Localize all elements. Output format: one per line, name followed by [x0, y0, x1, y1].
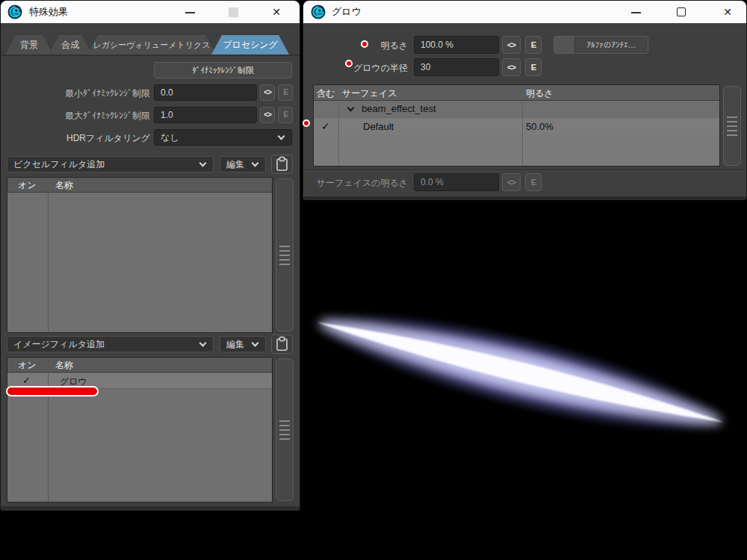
pixel-filter-list[interactable]: オン 名称: [7, 177, 273, 333]
edit-label: 編集: [226, 339, 244, 349]
surface-brightness-stepper-button[interactable]: <>: [502, 173, 521, 191]
surface-name: Default: [363, 121, 394, 132]
surface-brightness-label: サーフェイスの明るさ: [311, 177, 408, 190]
max-dynamic-range-label: 最大ﾀﾞｲﾅﾐｯｸﾚﾝｼﾞ制限: [1, 110, 150, 122]
tab-background[interactable]: 背景: [5, 35, 53, 55]
annotation-dot-glow-radius: [345, 60, 353, 67]
glow-radius-input[interactable]: 30: [414, 58, 499, 76]
app-logo-icon: [311, 4, 326, 19]
surface-list-header: 含む サーフェイス 明るさ: [314, 85, 719, 101]
close-icon: ✕: [263, 1, 290, 23]
minimize-icon: [185, 12, 195, 13]
edit-label: 編集: [226, 159, 244, 169]
table-row-default[interactable]: ✓ Default 50.0%: [314, 117, 719, 134]
minimize-button[interactable]: [177, 1, 204, 23]
close-icon: ✕: [714, 1, 741, 23]
column-surface: サーフェイス: [342, 87, 397, 100]
pixel-filter-clipboard-button[interactable]: [271, 155, 293, 174]
radius-stepper-button[interactable]: <>: [502, 58, 521, 76]
column-divider: [48, 178, 49, 332]
hdr-filtering-dropdown[interactable]: なし: [154, 129, 292, 146]
window-title: グロウ: [332, 1, 362, 23]
pixel-filter-edit-button[interactable]: 編集: [220, 156, 266, 172]
chevron-down-icon: [199, 340, 207, 347]
chevron-down-icon: [199, 160, 207, 167]
chevron-down-icon: [252, 340, 259, 347]
minimize-button[interactable]: [623, 1, 650, 23]
image-filter-list[interactable]: オン 名称 ✓ グロウ: [7, 357, 273, 503]
column-divider: [522, 85, 523, 166]
annotation-dot-brightness: [361, 40, 368, 48]
maximize-icon: [229, 7, 238, 17]
maximize-icon: [677, 7, 686, 16]
minimize-icon: [631, 12, 641, 13]
surface-group-name: beam_effect_test: [362, 103, 436, 114]
image-filter-edit-button[interactable]: 編集: [220, 336, 266, 352]
surface-list[interactable]: 含む サーフェイス 明るさ beam_effect_test ✓ Default…: [313, 84, 720, 167]
pixel-filter-add-label: ピクセルフィルタ追加: [13, 159, 105, 169]
max-range-envelope-button[interactable]: E: [278, 107, 293, 123]
hdr-filtering-value: なし: [161, 132, 179, 143]
max-range-stepper-button[interactable]: <>: [260, 107, 275, 123]
column-include: 含む: [317, 87, 335, 100]
surface-list-scrollbar[interactable]: [723, 86, 741, 166]
min-dynamic-range-input[interactable]: 0.0: [154, 84, 257, 101]
alpha-antialias-label: ｱﾙﾌｧのｱﾝﾁｴ…: [578, 37, 645, 53]
brightness-stepper-button[interactable]: <>: [502, 36, 521, 54]
glow-window: グロウ ✕ 明るさ 100.0 % <> E ｱﾙﾌｧのｱﾝﾁｴ… グロウの半径…: [303, 0, 747, 200]
surface-brightness-input[interactable]: 0.0 %: [414, 173, 499, 191]
close-button[interactable]: ✕: [714, 1, 741, 23]
max-dynamic-range-input[interactable]: 1.0: [154, 107, 257, 123]
clipboard-icon: [272, 155, 292, 173]
chevron-down-icon: [278, 133, 285, 140]
surface-brightness-value: 50.0%: [526, 121, 554, 132]
image-filter-scrollbar[interactable]: [276, 358, 294, 501]
pixel-filter-add-dropdown[interactable]: ピクセルフィルタ追加: [7, 156, 214, 172]
maximize-button[interactable]: [669, 1, 695, 23]
brightness-input[interactable]: 100.0 %: [414, 36, 499, 54]
min-range-envelope-button[interactable]: E: [278, 84, 293, 101]
expand-chevron-icon[interactable]: [347, 105, 355, 112]
tab-processing[interactable]: プロセシング: [211, 35, 289, 55]
min-dynamic-range-label: 最小ﾀﾞｲﾅﾐｯｸﾚﾝｼﾞ制限: [1, 87, 150, 100]
pixel-filter-scrollbar[interactable]: [276, 178, 294, 332]
tab-legacy-volumetrics[interactable]: レガシーヴォリューメトリクス: [87, 35, 216, 55]
brightness-envelope-button[interactable]: E: [525, 36, 542, 54]
min-range-stepper-button[interactable]: <>: [260, 84, 275, 101]
column-on: オン: [18, 179, 37, 192]
glow-enabled-check-icon[interactable]: ✓: [22, 375, 31, 386]
glow-titlebar: グロウ ✕: [303, 1, 746, 23]
special-effects-window: 特殊効果 ✕ 背景 合成 レガシーヴォリューメトリクス プロセシング ﾀﾞｲﾅﾐ…: [0, 0, 300, 511]
column-name: 名称: [55, 179, 73, 192]
hdr-filtering-label: HDRフィルタリング: [1, 132, 150, 145]
alpha-antialias-toggle-button[interactable]: ｱﾙﾌｧのｱﾝﾁｴ…: [554, 36, 648, 54]
toggle-check-area: [554, 37, 575, 53]
annotation-dot-include-row: [303, 119, 310, 127]
radius-envelope-button[interactable]: E: [525, 58, 542, 76]
window-title: 特殊効果: [29, 1, 68, 23]
tab-composite[interactable]: 合成: [49, 35, 92, 55]
surface-brightness-envelope-button[interactable]: E: [525, 173, 542, 191]
image-filter-clipboard-button[interactable]: [271, 335, 293, 354]
maximize-button[interactable]: [220, 1, 247, 23]
render-viewport: [300, 200, 747, 560]
annotation-underline-glow-filter: [6, 386, 99, 396]
column-divider: [48, 358, 49, 502]
include-check-icon[interactable]: ✓: [321, 120, 330, 132]
tabbar-divider: [1, 55, 300, 56]
section-divider: [303, 169, 746, 171]
column-brightness: 明るさ: [526, 87, 554, 100]
clipboard-icon: [272, 335, 292, 353]
column-on: オン: [18, 359, 37, 372]
chevron-down-icon: [252, 160, 259, 167]
special-effects-titlebar: 特殊効果 ✕: [1, 1, 300, 23]
column-divider: [338, 85, 339, 166]
dynamic-range-limit-button[interactable]: ﾀﾞｲﾅﾐｯｸﾚﾝｼﾞ制限: [154, 62, 292, 78]
app-logo-icon: [7, 4, 22, 19]
image-filter-add-label: イメージフィルタ追加: [13, 339, 105, 349]
table-row-group[interactable]: beam_effect_test: [314, 101, 719, 117]
close-button[interactable]: ✕: [263, 1, 290, 23]
image-filter-add-dropdown[interactable]: イメージフィルタ追加: [7, 336, 214, 352]
glow-beam-render: [300, 200, 747, 560]
column-name: 名称: [55, 359, 73, 372]
